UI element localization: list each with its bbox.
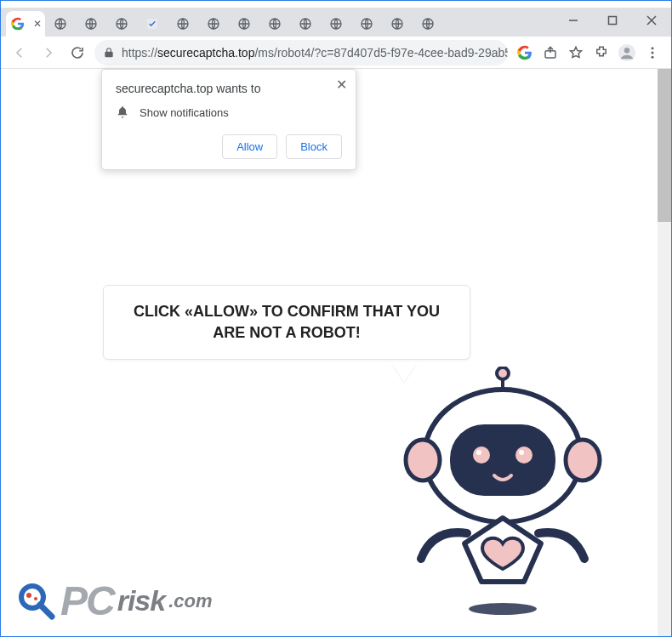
profile-avatar-icon[interactable] xyxy=(615,41,639,65)
address-bar[interactable]: https://securecaptcha.top/ms/robot4/?c=8… xyxy=(94,40,508,65)
bookmark-star-icon[interactable] xyxy=(564,41,588,65)
dialog-close-icon[interactable]: ✕ xyxy=(336,77,347,93)
globe-icon xyxy=(84,17,98,31)
watermark-risk: risk xyxy=(117,584,166,617)
url-path: /ms/robot4/?c=87d407d5-f97e-4cee-bad9-29… xyxy=(254,46,508,60)
globe-icon xyxy=(54,17,67,31)
tab[interactable] xyxy=(45,11,76,37)
minimize-button[interactable] xyxy=(554,8,593,33)
watermark-dotcom: .com xyxy=(168,590,212,612)
tab[interactable] xyxy=(259,11,290,37)
globe-icon xyxy=(176,17,190,31)
scrollbar-thumb[interactable] xyxy=(658,69,671,222)
url-text: https://securecaptcha.top/ms/robot4/?c=8… xyxy=(122,46,508,60)
watermark-logo: PC risk .com xyxy=(16,577,213,624)
reload-button[interactable] xyxy=(65,41,89,65)
tab[interactable] xyxy=(76,11,106,37)
allow-button[interactable]: Allow xyxy=(222,134,277,159)
browser-toolbar: https://securecaptcha.top/ms/robot4/?c=8… xyxy=(1,37,671,69)
tab[interactable] xyxy=(290,11,321,37)
tab[interactable] xyxy=(168,11,198,37)
svg-point-30 xyxy=(515,446,532,464)
svg-point-33 xyxy=(469,603,537,615)
globe-icon xyxy=(115,17,128,31)
extension-icon[interactable] xyxy=(589,41,613,65)
tab-strip: ✕ xyxy=(1,8,671,37)
globe-icon xyxy=(207,17,220,31)
dialog-title: securecaptcha.top wants to xyxy=(116,82,342,95)
toolbar-right xyxy=(513,41,664,65)
url-scheme: https:// xyxy=(122,46,157,60)
svg-line-35 xyxy=(40,605,52,617)
notification-permission-dialog: ✕ securecaptcha.top wants to Show notifi… xyxy=(101,69,356,170)
robot-illustration xyxy=(367,367,639,622)
svg-point-29 xyxy=(473,446,490,464)
magnifier-icon xyxy=(16,581,57,622)
kebab-menu-icon[interactable] xyxy=(641,41,664,65)
globe-icon xyxy=(299,17,312,31)
tab[interactable] xyxy=(106,11,137,37)
forward-button[interactable] xyxy=(37,41,60,65)
svg-point-19 xyxy=(624,48,629,53)
svg-point-20 xyxy=(652,47,654,49)
watermark-pc: PC xyxy=(60,577,114,624)
tab[interactable] xyxy=(321,11,351,37)
globe-icon xyxy=(237,17,251,31)
permission-row: Show notifications xyxy=(116,105,342,119)
globe-icon xyxy=(329,17,343,31)
window-controls xyxy=(554,8,671,33)
app-icon xyxy=(145,17,159,31)
tab[interactable] xyxy=(413,11,443,37)
speech-bubble: CLICK «ALLOW» TO CONFIRM THAT YOU ARE NO… xyxy=(103,285,470,360)
svg-point-37 xyxy=(34,597,37,600)
maximize-button[interactable] xyxy=(593,8,632,33)
tab[interactable] xyxy=(382,11,413,37)
tab[interactable] xyxy=(229,11,259,37)
tab[interactable] xyxy=(198,11,229,37)
window-close-button[interactable] xyxy=(632,8,671,33)
svg-point-31 xyxy=(476,450,481,455)
globe-icon xyxy=(421,17,435,31)
block-button[interactable]: Block xyxy=(286,134,342,159)
svg-point-26 xyxy=(406,440,440,481)
page-viewport: ✕ securecaptcha.top wants to Show notifi… xyxy=(1,69,671,637)
vertical-scrollbar[interactable] xyxy=(658,69,671,637)
tab[interactable] xyxy=(137,11,168,37)
share-icon[interactable] xyxy=(538,41,562,65)
svg-rect-14 xyxy=(609,17,617,25)
svg-rect-28 xyxy=(450,424,555,496)
svg-point-24 xyxy=(497,367,509,379)
globe-icon xyxy=(390,17,404,31)
google-favicon-icon xyxy=(11,17,25,31)
back-button[interactable] xyxy=(8,41,31,65)
window-titlebar xyxy=(1,1,671,8)
svg-point-32 xyxy=(519,450,524,455)
bell-icon xyxy=(116,105,129,119)
svg-point-21 xyxy=(652,51,654,54)
google-shortcut-icon[interactable] xyxy=(513,41,537,65)
svg-point-36 xyxy=(26,593,31,598)
globe-icon xyxy=(268,17,282,31)
svg-point-22 xyxy=(652,55,654,58)
globe-icon xyxy=(360,17,373,31)
svg-point-27 xyxy=(566,440,600,481)
lock-icon xyxy=(103,47,115,59)
tab-active[interactable]: ✕ xyxy=(6,11,45,37)
url-host: securecaptcha.top xyxy=(157,46,254,60)
bubble-text: CLICK «ALLOW» TO CONFIRM THAT YOU ARE NO… xyxy=(122,301,451,344)
permission-label: Show notifications xyxy=(140,106,229,119)
tab-close-icon[interactable]: ✕ xyxy=(31,18,43,30)
tab[interactable] xyxy=(351,11,382,37)
